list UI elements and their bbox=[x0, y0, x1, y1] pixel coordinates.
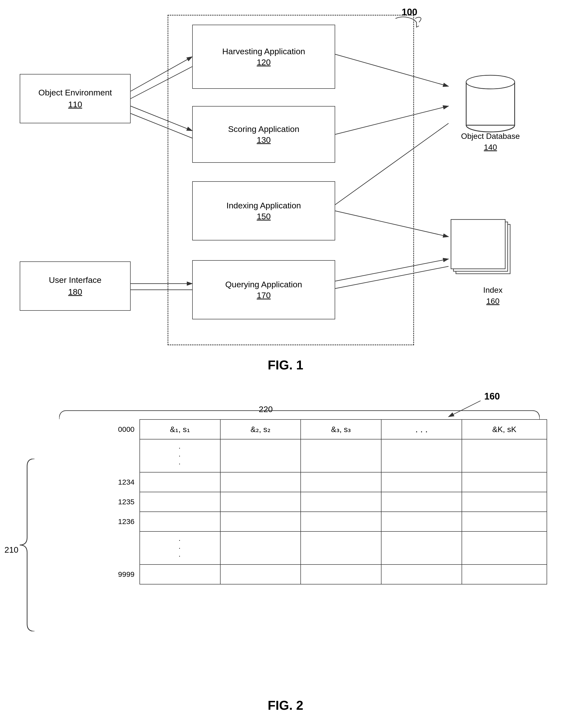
indexing-number: 150 bbox=[257, 211, 271, 222]
querying-number: 170 bbox=[257, 290, 271, 301]
user-interface-box: User Interface 180 bbox=[20, 261, 131, 311]
obj-db-number: 140 bbox=[484, 143, 497, 152]
user-interface-label: User Interface bbox=[49, 274, 102, 286]
cylinder-svg bbox=[458, 74, 523, 133]
index-pages-svg bbox=[449, 214, 528, 288]
querying-label: Querying Application bbox=[225, 279, 302, 290]
table-dots-row-1: ··· bbox=[59, 439, 547, 472]
harvesting-box: Harvesting Application 120 bbox=[192, 25, 335, 89]
index-text: Index bbox=[483, 286, 502, 294]
harvesting-label: Harvesting Application bbox=[222, 46, 305, 57]
index-number: 160 bbox=[486, 297, 499, 305]
object-database: Object Database 140 bbox=[449, 74, 532, 153]
obj-env-label: Object Environment bbox=[38, 87, 112, 99]
brace-label: 210 bbox=[4, 545, 18, 555]
fig1-diagram: 100 bbox=[0, 0, 571, 382]
obj-env-number: 110 bbox=[68, 99, 82, 110]
querying-box: Querying Application 170 bbox=[192, 260, 335, 320]
header-col-3: &₃, s₃ bbox=[301, 420, 381, 439]
header-col-2: &₂, s₂ bbox=[220, 420, 301, 439]
user-interface-number: 180 bbox=[68, 286, 82, 298]
index-table-container: 0000 &₁, s₁ &₂, s₂ &₃, s₃ . . . &K, sK ·… bbox=[29, 419, 547, 584]
index-pages: Index 160 bbox=[449, 214, 537, 301]
header-col-1: &₁, s₁ bbox=[140, 420, 220, 439]
header-col-dots: . . . bbox=[381, 420, 462, 439]
table-header-row: 0000 &₁, s₁ &₂, s₂ &₃, s₃ . . . &K, sK bbox=[59, 420, 547, 439]
svg-point-17 bbox=[466, 75, 515, 89]
table-row-1236: 1236 bbox=[59, 512, 547, 532]
fig1-caption: FIG. 1 bbox=[268, 358, 303, 372]
fig2-caption: FIG. 2 bbox=[268, 698, 303, 713]
index-table: 0000 &₁, s₁ &₂, s₂ &₃, s₃ . . . &K, sK ·… bbox=[59, 419, 547, 584]
obj-db-text: Object Database bbox=[461, 132, 520, 141]
scoring-label: Scoring Application bbox=[228, 123, 299, 134]
table-row-1235: 1235 bbox=[59, 492, 547, 512]
table-dots-row-2: ··· bbox=[59, 532, 547, 564]
indexing-box: Indexing Application 150 bbox=[192, 181, 335, 241]
object-environment-box: Object Environment 110 bbox=[20, 74, 131, 123]
indexing-label: Indexing Application bbox=[226, 200, 301, 211]
brace-220-svg bbox=[59, 410, 540, 422]
table-row-1234: 1234 bbox=[59, 472, 547, 492]
scoring-box: Scoring Application 130 bbox=[192, 106, 335, 163]
header-row-label: 0000 bbox=[59, 420, 140, 439]
table-row-9999: 9999 bbox=[59, 564, 547, 584]
obj-db-label: Object Database 140 bbox=[461, 131, 520, 153]
scoring-number: 130 bbox=[257, 134, 271, 145]
svg-text:160: 160 bbox=[484, 391, 500, 401]
header-col-k: &K, sK bbox=[462, 420, 547, 439]
harvesting-number: 120 bbox=[257, 57, 271, 68]
svg-rect-20 bbox=[451, 219, 505, 269]
fig2-diagram: 160 220 210 0000 &₁, s₁ &₂, s₂ bbox=[0, 382, 571, 723]
